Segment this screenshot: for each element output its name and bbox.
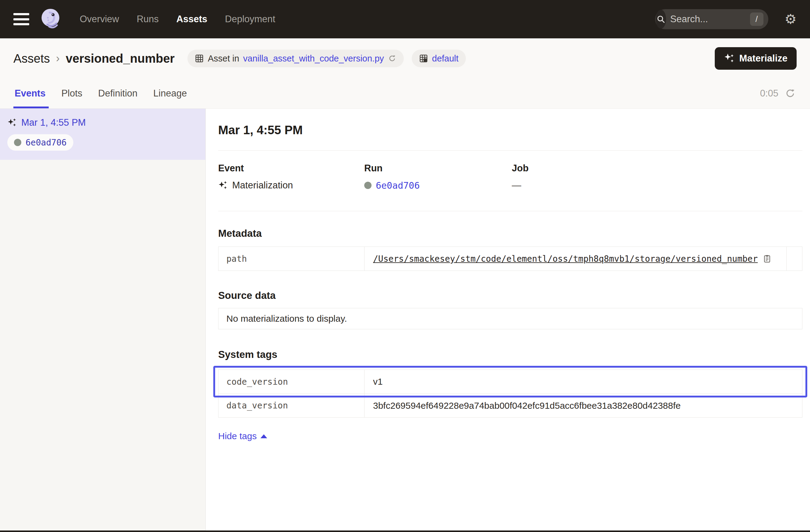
hide-tags-link[interactable]: Hide tags — [218, 431, 267, 441]
system-tags-table: code_version v1 data_version 3bfc269594e… — [218, 370, 803, 418]
materialization-sparkle-icon — [218, 180, 228, 190]
asset-group-icon — [419, 54, 428, 63]
materialize-button[interactable]: Materialize — [715, 47, 797, 70]
content-area: Mar 1, 4:55 PM 6e0ad706 Mar 1, 4:55 PM E… — [0, 108, 810, 531]
metadata-key: path — [218, 247, 364, 271]
system-tags-heading: System tags — [218, 349, 803, 360]
asset-file-link[interactable]: vanilla_asset_with_code_version.py — [243, 53, 384, 64]
job-empty-value: — — [512, 180, 521, 191]
run-id-label: 6e0ad706 — [26, 138, 67, 148]
breadcrumb: Assets › versioned_number — [13, 52, 175, 65]
page-title: versioned_number — [66, 52, 175, 65]
event-timestamp: Mar 1, 4:55 PM — [21, 117, 86, 128]
source-data-empty-box: No materializations to display. — [218, 308, 803, 329]
materialize-button-label: Materialize — [739, 53, 788, 64]
asset-group-pill[interactable]: default — [412, 50, 466, 67]
nav-item-deployment[interactable]: Deployment — [225, 14, 275, 25]
top-nav: Overview Runs Assets Deployment / ⚙ — [0, 0, 810, 38]
page-header: Assets › versioned_number Asset in vanil… — [0, 38, 810, 79]
tabs-bar: Events Plots Definition Lineage 0:05 — [0, 79, 810, 108]
grid-icon — [195, 54, 204, 63]
run-id-link[interactable]: 6e0ad706 — [376, 180, 420, 191]
event-heading: Mar 1, 4:55 PM — [218, 123, 803, 137]
run-status-dot — [14, 139, 21, 146]
refresh-status: 0:05 — [760, 79, 795, 108]
events-sidebar: Mar 1, 4:55 PM 6e0ad706 — [0, 109, 206, 531]
window-bottom-edge — [0, 531, 810, 532]
job-column-label: Job — [512, 163, 803, 174]
breadcrumb-assets-link[interactable]: Assets — [13, 52, 50, 65]
copy-clipboard-icon[interactable] — [763, 254, 772, 263]
system-tag-value: 3bfc269594ef649228e9a74bab00f042efc91d5a… — [373, 401, 681, 411]
tab-definition[interactable]: Definition — [98, 79, 137, 108]
run-id-pill[interactable]: 6e0ad706 — [7, 134, 73, 151]
system-tag-row-code-version: code_version v1 — [218, 370, 802, 393]
tab-plots[interactable]: Plots — [62, 79, 82, 108]
hide-tags-label: Hide tags — [218, 431, 257, 441]
divider — [218, 211, 803, 211]
materialization-sparkle-icon — [7, 118, 17, 128]
search-shortcut-badge: / — [750, 13, 763, 26]
system-tag-key: data_version — [218, 394, 364, 417]
asset-pill-prefix: Asset in — [208, 53, 239, 64]
metadata-table: path /Users/smackesey/stm/code/elementl/… — [218, 246, 803, 271]
asset-group-link[interactable]: default — [432, 53, 458, 64]
metadata-path-link[interactable]: /Users/smackesey/stm/code/elementl/oss/t… — [373, 254, 758, 264]
nav-item-assets[interactable]: Assets — [177, 14, 208, 25]
refresh-icon[interactable] — [785, 88, 795, 99]
event-detail-panel: Mar 1, 4:55 PM Event Run Job Materializa… — [206, 109, 810, 531]
source-data-empty-message: No materializations to display. — [226, 313, 347, 324]
search-input[interactable] — [666, 14, 796, 25]
tab-events[interactable]: Events — [15, 79, 46, 108]
divider — [218, 150, 803, 151]
tab-lineage[interactable]: Lineage — [153, 79, 187, 108]
refresh-timer: 0:05 — [760, 88, 778, 99]
nav-item-overview[interactable]: Overview — [80, 14, 119, 25]
event-list-item[interactable]: Mar 1, 4:55 PM 6e0ad706 — [0, 109, 205, 160]
system-tag-value: v1 — [373, 376, 383, 387]
metadata-row-gutter — [786, 247, 802, 271]
dagster-logo[interactable] — [39, 7, 63, 31]
nav-right: / ⚙ — [655, 9, 797, 29]
sparkles-icon — [724, 53, 735, 64]
metadata-heading: Metadata — [218, 228, 803, 239]
run-column-label: Run — [364, 163, 512, 174]
primary-nav: Overview Runs Assets Deployment — [80, 14, 275, 25]
caret-up-icon — [260, 434, 267, 438]
metadata-row-path: path /Users/smackesey/stm/code/elementl/… — [218, 247, 802, 271]
hamburger-menu-icon[interactable] — [13, 13, 30, 25]
asset-definition-pill[interactable]: Asset in vanilla_asset_with_code_version… — [188, 50, 404, 67]
search-icon — [656, 10, 666, 29]
event-summary: Event Run Job Materialization 6e0ad706 — — [218, 163, 803, 191]
event-column-label: Event — [218, 163, 364, 174]
event-type-value: Materialization — [232, 180, 293, 191]
reload-icon[interactable] — [388, 54, 396, 63]
breadcrumb-separator: › — [56, 52, 60, 65]
system-tag-key: code_version — [218, 370, 364, 393]
search-box[interactable]: / — [655, 9, 768, 29]
source-data-heading: Source data — [218, 290, 803, 301]
nav-item-runs[interactable]: Runs — [136, 14, 159, 25]
system-tag-row-data-version: data_version 3bfc269594ef649228e9a74bab0… — [218, 393, 802, 417]
run-status-dot — [364, 182, 372, 189]
